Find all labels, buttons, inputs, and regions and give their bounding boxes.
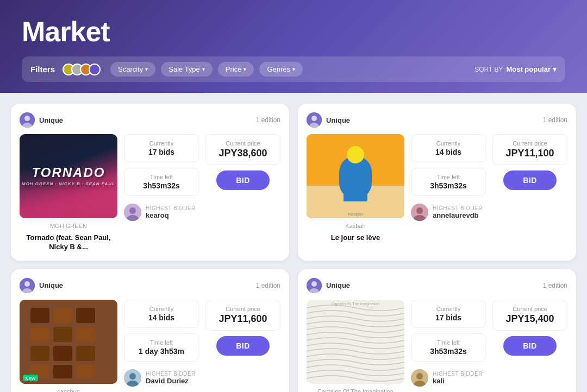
card-artist: Kasbah [307,223,404,229]
svg-rect-42 [307,300,404,384]
price-label: Current price [501,306,559,312]
svg-point-13 [347,146,364,163]
sale-type-label: Sale Type [168,65,200,73]
highest-bidder: HIGHEST BIDDER kali [411,369,486,387]
bidder-avatar [124,369,141,387]
genres-label: Genres [267,65,290,73]
chevron-down-icon: ▾ [202,66,205,72]
time-value: 1 day 3h53m [132,347,191,356]
svg-point-1 [24,116,30,121]
bidder-avatar [124,204,141,221]
page-header: Market Filters Scarcity ▾ Sale Type ▾ Pr… [0,0,587,93]
price-value: JPY15,400 [501,313,559,325]
card-price: Current price JPY11,100 BID [492,134,567,190]
price-filter[interactable]: Price ▾ [218,62,254,77]
card-price: Current price JPY11,600 BID [205,300,280,356]
price-value: JPY38,600 [214,148,272,159]
scarcity-icons [63,64,103,75]
bids-label: Currently [419,140,478,147]
sort-value[interactable]: Most popular ▾ [506,65,557,73]
scarcity-filter[interactable]: Scarcity ▾ [110,62,155,77]
price-label: Current price [214,140,272,147]
card-edition: 1 edition [256,116,280,124]
time-label: Time left [419,339,478,346]
card-type: Unique [326,116,539,124]
filters-label: Filters [30,65,55,74]
time-label: Time left [419,174,478,180]
svg-rect-25 [30,327,49,342]
price-box: Current price JPY38,600 [205,134,280,165]
svg-rect-24 [76,308,95,323]
bids-value: 17 bids [132,148,191,156]
svg-rect-27 [76,327,95,342]
sort-bar: SORT BY Most popular ▾ [474,65,557,73]
sort-by-label: SORT BY [474,66,503,73]
bids-label: Currently [132,306,191,312]
time-value: 3h53m32s [132,181,191,190]
card-body: Captains Of The Imagination Captains Of … [307,300,567,392]
svg-point-4 [129,207,136,214]
avatar [307,112,322,128]
price-label: Current price [214,306,272,312]
time-value: 3h53m32s [419,347,478,356]
artwork-wrapper: Captains Of The Imagination [307,300,404,384]
card-body: TORNADO MOH GREEN · NICKY B · SEAN PAUL … [20,134,280,252]
card-edition: 1 edition [256,282,280,289]
card-header: Unique 1 edition [20,112,280,128]
card-body: NEW capshun Acai Tower Currently 14 bids… [20,300,280,392]
bids-box: Currently 14 bids [124,300,199,328]
card-info: Currently 14 bids Time left 3h53m32s [411,134,486,221]
svg-rect-32 [53,365,72,378]
card-info: Currently 17 bids Time left 3h53m32s [411,300,486,387]
bidder-avatar [411,369,428,387]
artwork-wrapper: Kasbah [307,134,404,218]
artwork-wrapper: NEW [20,300,117,384]
avatar [20,112,35,128]
svg-rect-30 [76,346,95,361]
time-label: Time left [132,174,191,180]
card-kasbah: Unique 1 edition [298,104,576,261]
avatar [20,278,35,293]
chevron-down-icon: ▾ [243,66,246,72]
svg-rect-33 [76,365,95,378]
price-box: Current price JPY11,600 [205,300,280,331]
bid-button[interactable]: BID [216,170,270,190]
card-edition: 1 edition [543,116,567,124]
bidder-name: kearoq [146,211,196,219]
bid-button[interactable]: BID [503,336,557,356]
chevron-down-icon: ▾ [553,65,557,73]
scarcity-label: Scarcity [118,65,143,73]
bidder-label: HIGHEST BIDDER [433,371,483,377]
svg-point-7 [311,116,317,121]
bidder-label: HIGHEST BIDDER [433,205,483,211]
artwork-acai: NEW [20,300,117,384]
time-box: Time left 3h53m32s [411,333,486,362]
highest-bidder: HIGHEST BIDDER kearoq [124,204,199,221]
svg-text:Captains Of The Imagination: Captains Of The Imagination [332,302,380,306]
scarcity-purple [89,64,101,75]
card-header: Unique 1 edition [307,112,567,128]
card-title: Tornado (feat. Sean Paul, Nicky B &... [20,233,117,252]
price-box: Current price JPY15,400 [492,300,567,331]
highest-bidder: HIGHEST BIDDER annelaurevdb [411,204,486,221]
bid-button[interactable]: BID [503,170,557,190]
avatar [307,278,322,293]
bidder-name: annelaurevdb [433,211,483,219]
sale-type-filter[interactable]: Sale Type ▾ [161,62,213,77]
bidder-avatar [411,204,428,221]
chevron-down-icon: ▾ [292,66,295,72]
artwork-tornado: TORNADO MOH GREEN · NICKY B · SEAN PAUL [20,134,117,218]
time-box: Time left 3h53m32s [124,168,199,196]
card-type: Unique [39,281,252,289]
card-edition: 1 edition [543,282,567,289]
chevron-down-icon: ▾ [145,66,148,72]
filter-bar: Filters Scarcity ▾ Sale Type ▾ Price ▾ G… [22,56,565,82]
card-price: Current price JPY15,400 BID [492,300,567,356]
card-title: Le jour se lève [307,233,404,243]
card-image-section: Kasbah Kasbah Le jour se lève [307,134,404,243]
bid-button[interactable]: BID [216,336,270,356]
genres-filter[interactable]: Genres ▾ [259,62,303,77]
card-artist: capshun [20,388,117,392]
artwork-text: TORNADO MOH GREEN · NICKY B · SEAN PAUL [22,166,115,186]
page-title: Market [22,15,565,48]
